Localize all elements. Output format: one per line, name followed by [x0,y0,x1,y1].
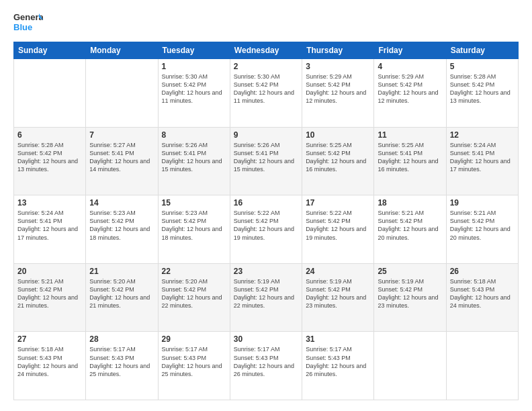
day-number: 22 [162,267,226,276]
day-number: 8 [162,130,226,140]
day-cell: 5Sunrise: 5:28 AM Sunset: 5:42 PM Daylig… [446,59,518,128]
day-info: Sunrise: 5:24 AM Sunset: 5:41 PM Dayligh… [450,141,515,174]
calendar-page: General Blue SundayMondayTuesdayWednesda… [0,0,532,411]
day-info: Sunrise: 5:21 AM Sunset: 5:42 PM Dayligh… [450,209,515,242]
day-number: 29 [162,334,226,344]
day-number: 31 [306,334,370,344]
day-number: 27 [17,334,82,344]
day-number: 6 [17,130,82,140]
day-number: 10 [306,130,370,140]
day-cell: 31Sunrise: 5:17 AM Sunset: 5:43 PM Dayli… [302,332,374,400]
weekday-header-wednesday: Wednesday [230,42,302,59]
day-info: Sunrise: 5:27 AM Sunset: 5:41 PM Dayligh… [89,141,154,174]
day-number: 3 [306,62,370,71]
day-number: 2 [234,62,298,71]
logo: General Blue [13,11,43,35]
day-cell: 19Sunrise: 5:21 AM Sunset: 5:42 PM Dayli… [446,195,518,264]
day-info: Sunrise: 5:19 AM Sunset: 5:42 PM Dayligh… [378,277,442,310]
week-row-3: 13Sunrise: 5:24 AM Sunset: 5:41 PM Dayli… [14,195,519,264]
day-number: 1 [162,62,226,71]
day-number: 23 [234,267,298,276]
day-cell [86,59,158,128]
day-info: Sunrise: 5:17 AM Sunset: 5:43 PM Dayligh… [162,345,226,378]
day-cell: 21Sunrise: 5:20 AM Sunset: 5:42 PM Dayli… [86,263,158,332]
day-cell: 8Sunrise: 5:26 AM Sunset: 5:41 PM Daylig… [158,127,230,195]
weekday-header-saturday: Saturday [446,42,518,59]
day-number: 13 [17,198,82,208]
day-info: Sunrise: 5:26 AM Sunset: 5:41 PM Dayligh… [234,141,298,174]
day-cell: 2Sunrise: 5:30 AM Sunset: 5:42 PM Daylig… [230,59,302,128]
day-number: 16 [234,198,298,208]
day-cell: 13Sunrise: 5:24 AM Sunset: 5:41 PM Dayli… [14,195,86,264]
day-cell: 28Sunrise: 5:17 AM Sunset: 5:43 PM Dayli… [86,332,158,400]
day-info: Sunrise: 5:23 AM Sunset: 5:42 PM Dayligh… [162,209,226,242]
day-cell: 22Sunrise: 5:20 AM Sunset: 5:42 PM Dayli… [158,263,230,332]
logo-icon: General Blue [13,11,43,35]
week-row-5: 27Sunrise: 5:18 AM Sunset: 5:43 PM Dayli… [14,332,519,400]
day-number: 14 [89,198,154,208]
day-number: 12 [450,130,515,140]
day-cell: 15Sunrise: 5:23 AM Sunset: 5:42 PM Dayli… [158,195,230,264]
day-info: Sunrise: 5:26 AM Sunset: 5:41 PM Dayligh… [162,141,226,174]
day-info: Sunrise: 5:25 AM Sunset: 5:41 PM Dayligh… [378,141,442,174]
day-cell [374,332,446,400]
day-info: Sunrise: 5:21 AM Sunset: 5:42 PM Dayligh… [17,277,82,310]
day-info: Sunrise: 5:24 AM Sunset: 5:41 PM Dayligh… [17,209,82,242]
day-cell: 9Sunrise: 5:26 AM Sunset: 5:41 PM Daylig… [230,127,302,195]
day-cell: 27Sunrise: 5:18 AM Sunset: 5:43 PM Dayli… [14,332,86,400]
week-row-2: 6Sunrise: 5:28 AM Sunset: 5:42 PM Daylig… [14,127,519,195]
day-info: Sunrise: 5:17 AM Sunset: 5:43 PM Dayligh… [306,345,370,378]
day-info: Sunrise: 5:28 AM Sunset: 5:42 PM Dayligh… [450,73,515,105]
day-info: Sunrise: 5:19 AM Sunset: 5:42 PM Dayligh… [306,277,370,310]
day-number: 21 [89,267,154,276]
day-cell: 10Sunrise: 5:25 AM Sunset: 5:42 PM Dayli… [302,127,374,195]
day-info: Sunrise: 5:29 AM Sunset: 5:42 PM Dayligh… [378,73,442,105]
day-number: 9 [234,130,298,140]
weekday-header-sunday: Sunday [14,42,86,59]
calendar-table: SundayMondayTuesdayWednesdayThursdayFrid… [13,42,519,400]
day-cell: 3Sunrise: 5:29 AM Sunset: 5:42 PM Daylig… [302,59,374,128]
day-number: 18 [378,198,442,208]
day-cell: 12Sunrise: 5:24 AM Sunset: 5:41 PM Dayli… [446,127,518,195]
day-cell: 1Sunrise: 5:30 AM Sunset: 5:42 PM Daylig… [158,59,230,128]
day-cell: 30Sunrise: 5:17 AM Sunset: 5:43 PM Dayli… [230,332,302,400]
day-info: Sunrise: 5:21 AM Sunset: 5:42 PM Dayligh… [378,209,442,242]
day-number: 20 [17,267,82,276]
day-cell: 18Sunrise: 5:21 AM Sunset: 5:42 PM Dayli… [374,195,446,264]
header: General Blue [13,11,519,35]
day-number: 26 [450,267,515,276]
day-cell: 25Sunrise: 5:19 AM Sunset: 5:42 PM Dayli… [374,263,446,332]
day-info: Sunrise: 5:19 AM Sunset: 5:42 PM Dayligh… [234,277,298,310]
day-cell: 26Sunrise: 5:18 AM Sunset: 5:43 PM Dayli… [446,263,518,332]
day-number: 24 [306,267,370,276]
weekday-header-friday: Friday [374,42,446,59]
day-number: 15 [162,198,226,208]
day-number: 28 [89,334,154,344]
svg-text:Blue: Blue [13,22,32,32]
day-cell: 14Sunrise: 5:23 AM Sunset: 5:42 PM Dayli… [86,195,158,264]
day-info: Sunrise: 5:18 AM Sunset: 5:43 PM Dayligh… [17,345,82,378]
day-info: Sunrise: 5:20 AM Sunset: 5:42 PM Dayligh… [89,277,154,310]
day-number: 30 [234,334,298,344]
day-info: Sunrise: 5:20 AM Sunset: 5:42 PM Dayligh… [162,277,226,310]
day-cell [446,332,518,400]
day-cell: 7Sunrise: 5:27 AM Sunset: 5:41 PM Daylig… [86,127,158,195]
day-info: Sunrise: 5:29 AM Sunset: 5:42 PM Dayligh… [306,73,370,105]
day-info: Sunrise: 5:17 AM Sunset: 5:43 PM Dayligh… [89,345,154,378]
day-cell: 17Sunrise: 5:22 AM Sunset: 5:42 PM Dayli… [302,195,374,264]
day-cell: 24Sunrise: 5:19 AM Sunset: 5:42 PM Dayli… [302,263,374,332]
day-number: 11 [378,130,442,140]
day-info: Sunrise: 5:22 AM Sunset: 5:42 PM Dayligh… [234,209,298,242]
day-cell: 20Sunrise: 5:21 AM Sunset: 5:42 PM Dayli… [14,263,86,332]
weekday-header-thursday: Thursday [302,42,374,59]
weekday-header-monday: Monday [86,42,158,59]
day-number: 4 [378,62,442,71]
day-info: Sunrise: 5:28 AM Sunset: 5:42 PM Dayligh… [17,141,82,174]
day-cell: 16Sunrise: 5:22 AM Sunset: 5:42 PM Dayli… [230,195,302,264]
day-info: Sunrise: 5:30 AM Sunset: 5:42 PM Dayligh… [234,73,298,105]
day-cell: 11Sunrise: 5:25 AM Sunset: 5:41 PM Dayli… [374,127,446,195]
day-info: Sunrise: 5:25 AM Sunset: 5:42 PM Dayligh… [306,141,370,174]
day-number: 17 [306,198,370,208]
weekday-header-row: SundayMondayTuesdayWednesdayThursdayFrid… [14,42,519,59]
day-number: 19 [450,198,515,208]
